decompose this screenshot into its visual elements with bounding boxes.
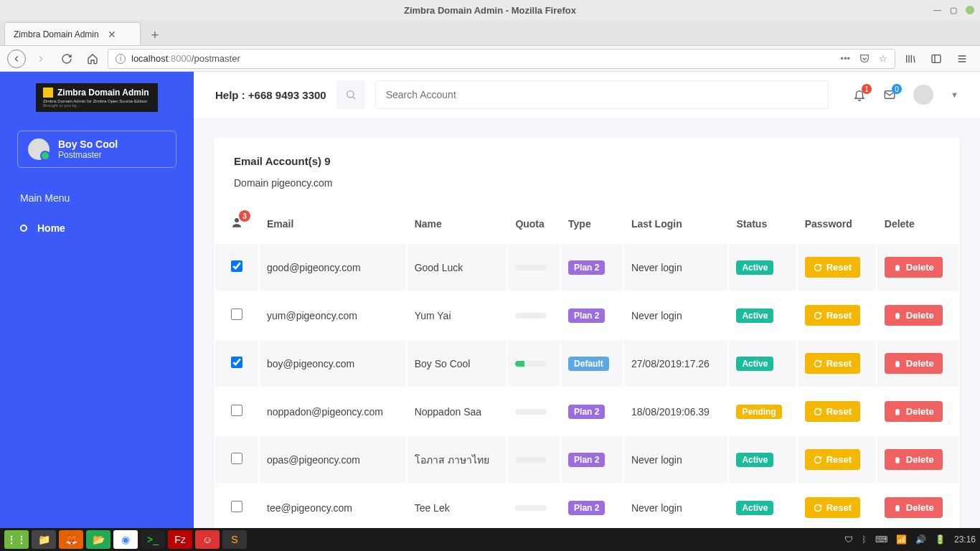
- more-icon[interactable]: •••: [840, 53, 850, 64]
- cell-name: โอภาส ภาษาไทย: [407, 436, 507, 483]
- cell-status: Active: [729, 340, 796, 387]
- row-checkbox[interactable]: [231, 453, 242, 464]
- sidebar-item-label: Home: [37, 222, 65, 234]
- avatar[interactable]: [913, 85, 933, 105]
- app-icon[interactable]: ☺: [195, 530, 220, 549]
- sidebar-item-home[interactable]: Home: [20, 215, 174, 241]
- url-bar[interactable]: i localhost:8000/postmaster ••• ☆: [108, 49, 895, 69]
- files-icon[interactable]: 📁: [32, 530, 56, 549]
- row-checkbox[interactable]: [231, 405, 242, 416]
- cell-quota: [508, 340, 560, 387]
- clock[interactable]: 23:16: [954, 534, 976, 545]
- delete-button[interactable]: Delete: [885, 257, 943, 278]
- url-path: /postmaster: [192, 53, 240, 64]
- browser-tab[interactable]: Zimbra Domain Admin ✕: [4, 22, 141, 45]
- cell-name: Good Luck: [407, 244, 507, 291]
- delete-button[interactable]: Delete: [885, 401, 943, 422]
- reload-button[interactable]: [56, 48, 77, 70]
- delete-button[interactable]: Delete: [885, 449, 943, 470]
- table-row: opas@pigeoncy.comโอภาส ภาษาไทยPlan 2Neve…: [215, 436, 958, 483]
- reset-button[interactable]: Reset: [805, 257, 860, 278]
- cell-type: Plan 2: [561, 244, 623, 291]
- cell-name: Boy So Cool: [407, 340, 507, 387]
- col-type: Type: [561, 204, 623, 242]
- cell-quota: [508, 436, 560, 483]
- cell-last-login: Never login: [624, 244, 727, 291]
- browser-toolbar: i localhost:8000/postmaster ••• ☆: [0, 46, 980, 72]
- svg-point-1: [347, 91, 353, 98]
- delete-button[interactable]: Delete: [885, 353, 943, 374]
- bookmark-icon[interactable]: ☆: [879, 53, 887, 64]
- card-domain: Domain pigeoncy.com: [234, 177, 940, 189]
- new-tab-button[interactable]: +: [145, 25, 165, 45]
- notifications-button[interactable]: 1: [853, 88, 866, 101]
- chevron-down-icon[interactable]: ▼: [951, 90, 958, 99]
- menu-icon[interactable]: [951, 48, 973, 70]
- tab-close-icon[interactable]: ✕: [108, 29, 116, 40]
- app-topbar: Help : +668 9493 3300 1 0 ▼: [194, 72, 980, 118]
- reset-button[interactable]: Reset: [805, 305, 860, 326]
- sublime-icon[interactable]: S: [222, 530, 247, 549]
- row-checkbox[interactable]: [231, 357, 242, 368]
- os-taskbar: ⋮⋮ 📁 🦊 📂 ◉ >_ Fz ☺ S 🛡 ᛒ ⌨ 📶 🔊 🔋 23:16: [0, 528, 980, 551]
- accounts-table: 3 Email Name Quota Type Last Login Statu…: [214, 203, 960, 528]
- cell-type: Plan 2: [561, 292, 623, 339]
- search-input[interactable]: [375, 80, 829, 109]
- row-checkbox[interactable]: [231, 309, 242, 320]
- browser-tabbar: Zimbra Domain Admin ✕ +: [0, 20, 980, 46]
- window-maximize-icon[interactable]: ▢: [950, 6, 957, 15]
- cell-type: Plan 2: [561, 436, 623, 483]
- app-logo: Zimbra Domain Admin Zimbra Domain Admin …: [36, 83, 158, 112]
- cell-last-login: Never login: [624, 292, 727, 339]
- cell-email: tee@pigeoncy.com: [260, 484, 406, 528]
- firefox-icon[interactable]: 🦊: [59, 530, 83, 549]
- delete-button[interactable]: Delete: [885, 305, 943, 326]
- user-profile-box[interactable]: Boy So Cool Postmaster: [17, 131, 176, 168]
- shield-icon[interactable]: 🛡: [844, 534, 853, 545]
- terminal-icon[interactable]: >_: [141, 530, 165, 549]
- home-button[interactable]: [82, 48, 103, 70]
- reset-button[interactable]: Reset: [805, 449, 860, 470]
- filezilla-icon[interactable]: Fz: [168, 530, 192, 549]
- messages-button[interactable]: 0: [883, 88, 896, 101]
- bluetooth-icon[interactable]: ᛒ: [862, 534, 867, 545]
- wifi-icon[interactable]: 📶: [896, 534, 907, 545]
- row-checkbox[interactable]: [231, 260, 242, 272]
- table-row: yum@pigeoncy.comYum YaiPlan 2Never login…: [215, 292, 958, 339]
- help-text: Help : +668 9493 3300: [215, 89, 326, 101]
- col-last-login: Last Login: [624, 204, 727, 242]
- forward-button[interactable]: [30, 48, 52, 70]
- sidebar-toggle-icon[interactable]: [925, 48, 947, 70]
- window-minimize-icon[interactable]: —: [933, 6, 941, 15]
- volume-icon[interactable]: 🔊: [915, 534, 926, 545]
- site-info-icon[interactable]: i: [116, 54, 126, 64]
- cell-status: Active: [729, 484, 796, 528]
- chrome-icon[interactable]: ◉: [113, 530, 138, 549]
- mail-badge: 0: [892, 84, 902, 94]
- reset-button[interactable]: Reset: [805, 401, 860, 422]
- user-name: Boy So Cool: [58, 138, 118, 150]
- mint-menu-icon[interactable]: ⋮⋮: [4, 530, 29, 549]
- app-sidebar: Zimbra Domain Admin Zimbra Domain Admin …: [0, 72, 194, 528]
- cell-quota: [508, 484, 560, 528]
- window-close-icon[interactable]: [966, 6, 974, 14]
- search-icon[interactable]: [336, 80, 365, 109]
- pocket-icon[interactable]: [859, 53, 870, 65]
- reset-button[interactable]: Reset: [805, 497, 860, 518]
- cell-status: Active: [729, 244, 796, 291]
- back-button[interactable]: [7, 50, 26, 68]
- library-icon[interactable]: [900, 48, 921, 70]
- cell-quota: [508, 292, 560, 339]
- col-status: Status: [729, 204, 796, 242]
- cell-last-login: 27/08/2019:17.26: [624, 340, 727, 387]
- battery-icon[interactable]: 🔋: [935, 534, 946, 545]
- row-checkbox[interactable]: [231, 501, 242, 512]
- svg-rect-0: [932, 55, 941, 62]
- cell-name: Tee Lek: [407, 484, 507, 528]
- keyboard-icon[interactable]: ⌨: [875, 534, 887, 545]
- table-row: tee@pigeoncy.comTee LekPlan 2Never login…: [215, 484, 958, 528]
- folder-icon[interactable]: 📂: [86, 530, 110, 549]
- reset-button[interactable]: Reset: [805, 353, 860, 374]
- cell-last-login: Never login: [624, 436, 727, 483]
- delete-button[interactable]: Delete: [885, 497, 943, 518]
